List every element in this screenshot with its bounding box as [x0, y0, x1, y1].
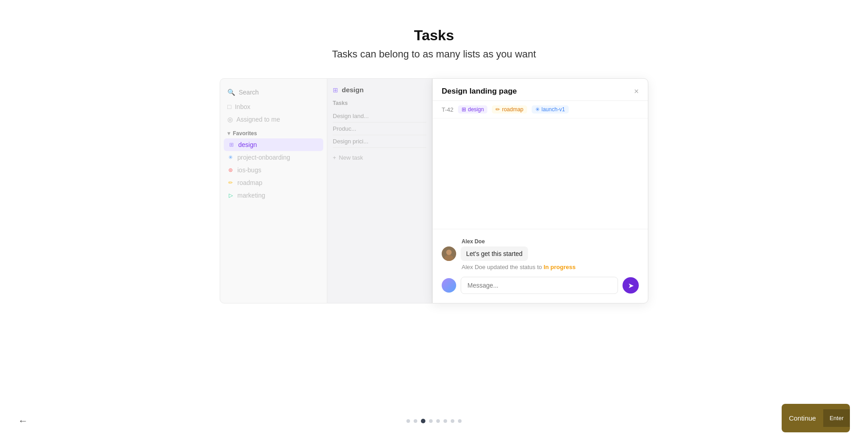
roadmap-icon: ✏ — [227, 180, 234, 186]
project-onboarding-label: project-onboarding — [237, 154, 290, 161]
nav-dot-6[interactable] — [443, 419, 447, 423]
modal-meta: T-42 ⊞ design ✏ roadmap ✳ launch-v1 — [433, 101, 648, 118]
marketing-icon: ▷ — [227, 192, 234, 199]
chevron-down-icon: ▾ — [227, 130, 230, 137]
tasks-panel-header: ⊞ design — [333, 86, 426, 94]
sidebar: 🔍 Search □ Inbox ◎ Assigned to me ▾ Favo… — [220, 78, 327, 303]
assigned-label: Assigned to me — [236, 116, 280, 123]
sidebar-item-assigned[interactable]: ◎ Assigned to me — [220, 113, 327, 126]
pagination-dots — [406, 419, 462, 423]
tag-launch-label: launch-v1 — [542, 106, 565, 113]
task-item-3[interactable]: Design prici... — [333, 135, 426, 148]
sidebar-item-project-onboarding[interactable]: ✳ project-onboarding — [220, 151, 327, 164]
nav-dot-4[interactable] — [429, 419, 433, 423]
tag-roadmap-label: roadmap — [502, 106, 523, 113]
task-item-3-label: Design prici... — [333, 138, 368, 145]
nav-dot-1[interactable] — [406, 419, 410, 423]
send-button[interactable]: ➤ — [623, 277, 639, 294]
continue-button[interactable]: Continue Enter — [782, 404, 850, 432]
sidebar-item-inbox[interactable]: □ Inbox — [220, 100, 327, 113]
nav-dot-3[interactable] — [421, 419, 425, 423]
nav-dot-5[interactable] — [436, 419, 440, 423]
ios-bugs-label: ios-bugs — [237, 166, 261, 174]
sidebar-item-roadmap[interactable]: ✏ roadmap — [220, 176, 327, 189]
tag-design-icon: ⊞ — [462, 106, 466, 113]
sidebar-item-marketing[interactable]: ▷ marketing — [220, 189, 327, 202]
nav-dot-7[interactable] — [451, 419, 454, 423]
comment-bubble: Let's get this started — [461, 246, 528, 261]
marketing-label: marketing — [237, 192, 265, 199]
nav-dot-2[interactable] — [414, 419, 417, 423]
comment-row: Let's get this started — [442, 246, 639, 261]
status-text: Alex Doe updated the status to — [462, 264, 543, 270]
status-value: In progress — [543, 264, 576, 270]
sidebar-item-ios-bugs[interactable]: ⊛ ios-bugs — [220, 164, 327, 176]
svg-point-1 — [446, 250, 452, 255]
tag-launch: ✳ launch-v1 — [532, 105, 569, 114]
new-task-label: New task — [339, 154, 363, 161]
search-label: Search — [239, 89, 259, 96]
task-item-1[interactable]: Design land... — [333, 110, 426, 123]
page-header: Tasks Tasks can belong to as many lists … — [0, 0, 868, 74]
demo-container: 🔍 Search □ Inbox ◎ Assigned to me ▾ Favo… — [0, 78, 868, 303]
sidebar-item-design[interactable]: ⊞ design — [224, 138, 323, 151]
target-icon: ◎ — [227, 116, 233, 123]
task-id: T-42 — [442, 106, 453, 113]
tasks-panel: ⊞ design Tasks Design land... Produc... … — [327, 78, 432, 303]
favorites-section: ▾ Favorites — [220, 126, 327, 138]
tasks-section-label: Tasks — [333, 100, 426, 106]
message-input-row: ➤ — [442, 277, 639, 294]
tag-roadmap: ✏ roadmap — [492, 105, 527, 114]
nav-dot-8[interactable] — [458, 419, 462, 423]
message-input[interactable] — [461, 277, 618, 294]
current-user-avatar — [442, 278, 456, 293]
enter-label: Enter — [823, 409, 850, 427]
modal-comments: Alex Doe Let's get this started Alex — [433, 229, 648, 303]
tag-launch-icon: ✳ — [535, 106, 540, 113]
modal-header: Design landing page × — [433, 79, 648, 101]
page-title: Tasks — [0, 27, 868, 44]
inbox-icon: □ — [227, 103, 231, 110]
task-item-2[interactable]: Produc... — [333, 123, 426, 135]
tasks-panel-list-icon: ⊞ — [333, 86, 338, 94]
status-update: Alex Doe updated the status to In progre… — [462, 264, 639, 270]
back-icon: ← — [18, 415, 28, 426]
new-task-button[interactable]: + New task — [333, 152, 426, 163]
continue-label: Continue — [782, 414, 823, 422]
inbox-label: Inbox — [235, 103, 250, 110]
modal-body — [433, 118, 648, 229]
avatar — [442, 246, 456, 261]
project-icon: ✳ — [227, 154, 234, 161]
comment-text: Let's get this started — [466, 250, 523, 257]
comment-author: Alex Doe — [462, 238, 639, 245]
tag-design-label: design — [468, 106, 484, 113]
modal-close-button[interactable]: × — [634, 87, 639, 95]
favorites-label: Favorites — [233, 130, 257, 137]
plus-icon: + — [333, 154, 336, 161]
tag-design: ⊞ design — [458, 105, 487, 114]
sidebar-search[interactable]: 🔍 Search — [220, 86, 327, 99]
ios-icon: ⊛ — [227, 167, 234, 173]
comment-block: Alex Doe Let's get this started Alex — [442, 238, 639, 270]
design-label: design — [238, 141, 257, 148]
search-icon: 🔍 — [227, 89, 235, 96]
detail-modal: Design landing page × T-42 ⊞ design ✏ ro… — [432, 78, 648, 303]
tag-roadmap-icon: ✏ — [495, 106, 500, 113]
roadmap-label: roadmap — [237, 179, 262, 186]
task-item-1-label: Design land... — [333, 113, 369, 119]
page-subtitle: Tasks can belong to as many lists as you… — [0, 48, 868, 60]
design-icon: ⊞ — [228, 142, 235, 148]
back-button[interactable]: ← — [18, 415, 28, 427]
send-icon: ➤ — [628, 281, 634, 290]
modal-title: Design landing page — [442, 87, 517, 96]
tasks-panel-title: design — [342, 86, 363, 94]
task-item-2-label: Produc... — [333, 125, 356, 132]
